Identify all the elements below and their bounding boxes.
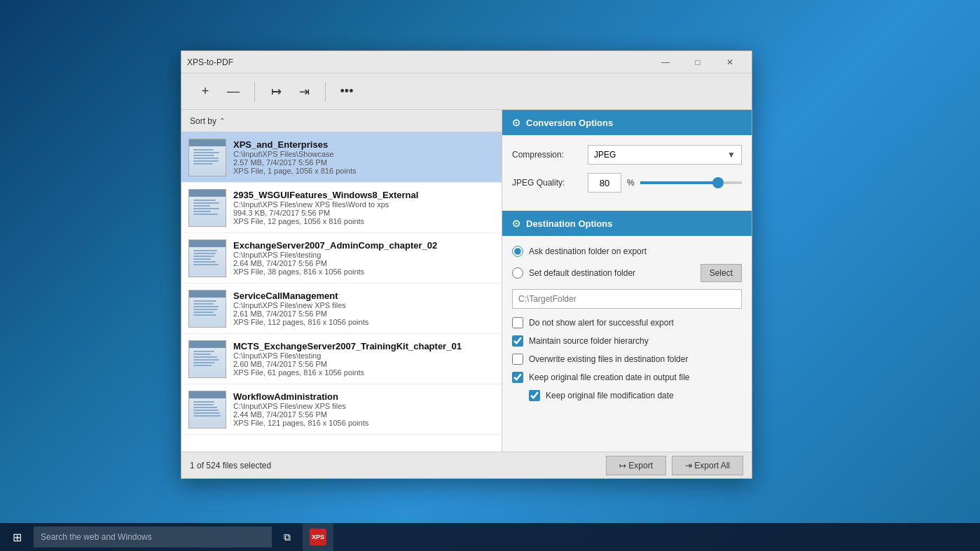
set-default-destination-radio[interactable]	[512, 267, 523, 279]
destination-header-label: Destination Options	[526, 218, 613, 229]
taskbar-app-xps[interactable]: XPS	[303, 523, 333, 551]
file-name: XPS_and_Enterprises	[233, 139, 495, 150]
file-item[interactable]: XPS_and_EnterprisesC:\Input\XPS Files\Sh…	[181, 132, 502, 183]
toolbar-separator	[254, 82, 255, 102]
file-path: C:\Input\XPS Files\new XPS files	[233, 301, 495, 309]
file-meta: XPS File, 112 pages, 816 x 1056 points	[233, 318, 495, 326]
file-name: 2935_WSGUIFeatures_Windows8_External	[233, 190, 495, 200]
file-size-date: 2.60 MB, 7/4/2017 5:56 PM	[233, 360, 495, 368]
file-info: XPS_and_EnterprisesC:\Input\XPS Files\Sh…	[233, 139, 495, 175]
file-size-date: 2.44 MB, 7/4/2017 5:56 PM	[233, 410, 495, 419]
select-folder-button[interactable]: Select	[701, 264, 742, 282]
keep-modification-date-label: Keep original file modification date	[546, 391, 674, 400]
jpeg-quality-input[interactable]	[588, 173, 621, 193]
keep-creation-date-checkbox[interactable]	[512, 372, 523, 383]
conversion-options-content: Compression: JPEG ▼ JPEG Quality: %	[502, 135, 752, 211]
file-path: C:\Input\XPS Files\testing	[233, 351, 495, 360]
file-size-date: 2.61 MB, 7/4/2017 5:56 PM	[233, 309, 495, 318]
file-meta: XPS File, 1 page, 1056 x 816 points	[233, 167, 495, 175]
sort-label: Sort by	[190, 116, 216, 126]
maintain-hierarchy-checkbox[interactable]	[512, 335, 523, 347]
jpeg-quality-row: JPEG Quality: %	[512, 173, 742, 193]
task-view-button[interactable]: ⧉	[272, 523, 303, 551]
jpeg-quality-slider[interactable]	[640, 181, 742, 184]
window-title: XPS-to-PDF	[187, 57, 649, 67]
export-button[interactable]: ↦ Export	[606, 456, 666, 475]
close-button[interactable]: ✕	[714, 51, 746, 74]
more-button[interactable]: •••	[334, 79, 359, 104]
file-meta: XPS File, 121 pages, 816 x 1056 points	[233, 419, 495, 427]
export-all-button[interactable]: ⇥	[291, 79, 317, 104]
file-size-date: 2.64 MB, 7/4/2017 5:56 PM	[233, 259, 495, 267]
taskbar-search-input[interactable]	[34, 526, 272, 547]
compression-select[interactable]: JPEG ▼	[588, 145, 742, 165]
jpeg-quality-label: JPEG Quality:	[512, 178, 582, 188]
keep-creation-date-label: Keep original file creation date in outp…	[529, 372, 689, 382]
minimize-button[interactable]: —	[649, 51, 682, 74]
ask-destination-radio[interactable]	[512, 246, 523, 257]
export-one-button[interactable]: ↦	[263, 79, 289, 104]
keep-modification-date-row: Keep original file modification date	[529, 390, 742, 401]
file-path: C:\Input\XPS Files\new XPS files	[233, 402, 495, 410]
file-info: ExchangeServer2007_AdminComp_chapter_02C…	[233, 240, 495, 276]
overwrite-files-row: Overwrite existing files in destination …	[512, 354, 742, 365]
file-item[interactable]: WorkflowAdministrationC:\Input\XPS Files…	[181, 384, 502, 435]
status-bar: 1 of 524 files selected ↦ Export ⇥ Expor…	[181, 452, 752, 478]
file-thumbnail	[188, 391, 226, 428]
file-item[interactable]: ExchangeServer2007_AdminComp_chapter_02C…	[181, 233, 502, 284]
file-info: MCTS_ExchangeServer2007_TrainingKit_chap…	[233, 341, 495, 377]
export-all-button[interactable]: ⇥ Export All	[672, 456, 743, 475]
keep-modification-date-checkbox[interactable]	[529, 390, 540, 401]
file-thumbnail	[188, 189, 226, 227]
set-default-destination-label: Set default destination folder	[529, 268, 695, 278]
maintain-hierarchy-row: Maintain source folder hierarchy	[512, 335, 742, 347]
folder-path-input[interactable]	[512, 289, 742, 309]
no-alert-checkbox[interactable]	[512, 317, 523, 328]
file-path: C:\Input\XPS Files\testing	[233, 251, 495, 259]
file-item[interactable]: 2935_WSGUIFeatures_Windows8_ExternalC:\I…	[181, 183, 502, 233]
compression-label: Compression:	[512, 150, 582, 160]
compression-arrow-icon: ▼	[727, 150, 736, 160]
file-info: 2935_WSGUIFeatures_Windows8_ExternalC:\I…	[233, 190, 495, 225]
compression-value: JPEG	[594, 150, 616, 160]
overwrite-files-label: Overwrite existing files in destination …	[529, 354, 688, 364]
keep-creation-date-row: Keep original file creation date in outp…	[512, 372, 742, 383]
options-panel: ⊙ Conversion Options Compression: JPEG ▼…	[502, 110, 752, 452]
taskbar: ⊞ ⧉ XPS	[0, 523, 980, 551]
file-thumbnail	[188, 139, 226, 176]
jpeg-quality-unit: %	[627, 178, 635, 188]
file-item[interactable]: ServiceCallManagementC:\Input\XPS Files\…	[181, 284, 502, 334]
add-button[interactable]: +	[193, 79, 218, 104]
sort-arrow-icon: ⌃	[219, 117, 225, 125]
no-alert-label: Do not show alert for successful export	[529, 318, 674, 328]
file-size-date: 994.3 KB, 7/4/2017 5:56 PM	[233, 209, 495, 217]
maximize-button[interactable]: □	[682, 51, 714, 74]
file-path: C:\Input\XPS Files\Showcase	[233, 150, 495, 158]
toolbar: + — ↦ ⇥ •••	[181, 74, 752, 110]
conversion-options-header: ⊙ Conversion Options	[502, 110, 752, 135]
file-thumbnail	[188, 239, 226, 277]
file-panel: Sort by ⌃ XPS_and_EnterprisesC:\Input\XP…	[181, 110, 502, 452]
file-info: ServiceCallManagementC:\Input\XPS Files\…	[233, 291, 495, 326]
status-text: 1 of 524 files selected	[190, 461, 600, 470]
file-path: C:\Input\XPS Files\new XPS files\Word to…	[233, 200, 495, 209]
ask-destination-row: Ask destination folder on export	[512, 246, 742, 257]
file-name: MCTS_ExchangeServer2007_TrainingKit_chap…	[233, 341, 495, 351]
conversion-expand-icon: ⊙	[512, 117, 520, 128]
ask-destination-label: Ask destination folder on export	[529, 246, 742, 256]
conversion-header-label: Conversion Options	[526, 118, 613, 128]
app-window: XPS-to-PDF — □ ✕ + — ↦ ⇥ ••• Sort by ⌃ X…	[181, 50, 752, 479]
overwrite-files-checkbox[interactable]	[512, 354, 523, 365]
app-icon-label: XPS	[312, 533, 324, 540]
start-button[interactable]: ⊞	[0, 523, 34, 551]
title-bar: XPS-to-PDF — □ ✕	[181, 51, 752, 74]
file-thumbnail	[188, 290, 226, 328]
remove-button[interactable]: —	[221, 79, 246, 104]
file-name: WorkflowAdministration	[233, 391, 495, 402]
file-meta: XPS File, 38 pages, 816 x 1056 points	[233, 267, 495, 276]
file-item[interactable]: MCTS_ExchangeServer2007_TrainingKit_chap…	[181, 334, 502, 384]
sort-bar[interactable]: Sort by ⌃	[181, 110, 502, 132]
title-bar-controls: — □ ✕	[649, 51, 746, 74]
file-name: ExchangeServer2007_AdminComp_chapter_02	[233, 240, 495, 251]
destination-options-header: ⊙ Destination Options	[502, 211, 752, 236]
